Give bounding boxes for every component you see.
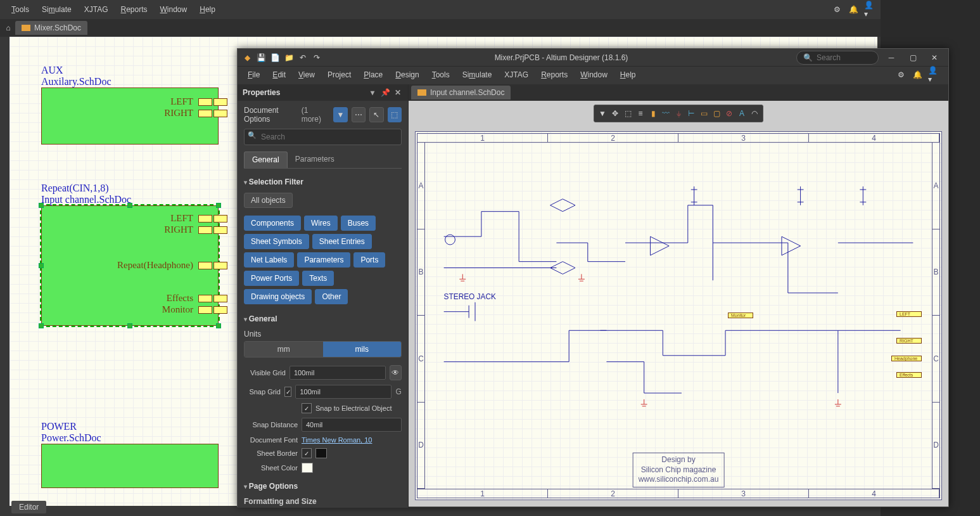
units-mils[interactable]: mils xyxy=(323,342,402,357)
menu-tools[interactable]: Tools xyxy=(5,3,35,16)
fg-canvas-area[interactable]: ▼ ✥ ⬚ ≡ ▮ 〰 ⏚ ⊢ ▭ ▢ ⊘ A ◠ 1234 1234 ABCD xyxy=(409,101,948,506)
visible-grid-toggle[interactable]: 👁 xyxy=(390,365,402,380)
filter-sheet-symbols[interactable]: Sheet Symbols xyxy=(244,234,309,249)
menu-view[interactable]: View xyxy=(292,68,321,81)
filter-other[interactable]: Other xyxy=(315,289,348,304)
app-icon[interactable]: ◆ xyxy=(241,52,253,63)
resize-handle[interactable] xyxy=(39,263,44,268)
undo-icon[interactable]: ↶ xyxy=(297,52,309,63)
fg-schematic-sheet[interactable]: 1234 1234 ABCD ABCD xyxy=(415,131,942,500)
port-box[interactable] xyxy=(198,262,212,269)
settings-icon[interactable]: ⚙ xyxy=(895,69,907,81)
menu-place[interactable]: Place xyxy=(357,68,389,81)
snap-grid-checkbox[interactable]: ✓ xyxy=(284,387,292,397)
settings-icon[interactable]: ⚙ xyxy=(831,4,843,15)
search-box[interactable]: 🔍 xyxy=(796,51,879,65)
wire-icon[interactable]: 〰 xyxy=(660,108,671,119)
tab-input-channel[interactable]: Input channel.SchDoc xyxy=(411,86,511,100)
redo-icon[interactable]: ↷ xyxy=(311,52,322,63)
filter-sheet-entries[interactable]: Sheet Entries xyxy=(312,234,372,249)
menu-simulate[interactable]: Simulate xyxy=(456,68,499,81)
bell-icon[interactable]: 🔔 xyxy=(848,4,859,15)
filter-net-labels[interactable]: Net Labels xyxy=(244,252,294,268)
menu-tools[interactable]: Tools xyxy=(426,68,456,81)
select-cursor-icon[interactable]: ⬚ xyxy=(388,107,402,122)
menu-project[interactable]: Project xyxy=(321,68,357,81)
menu-help[interactable]: Help xyxy=(614,68,642,81)
filter-power-ports[interactable]: Power Ports xyxy=(244,271,299,286)
sheet-color-swatch[interactable] xyxy=(302,463,313,473)
snap-grid-input[interactable] xyxy=(295,385,391,399)
close-icon[interactable]: ✕ xyxy=(393,88,403,97)
resize-handle[interactable] xyxy=(39,323,44,328)
out-port-right[interactable]: RIGHT xyxy=(896,338,922,344)
filter-buses[interactable]: Buses xyxy=(341,216,376,231)
snap-distance-input[interactable] xyxy=(302,418,402,432)
out-port-effects[interactable]: Effects xyxy=(896,372,922,378)
home-icon[interactable]: ⌂ xyxy=(3,22,14,34)
port-box[interactable] xyxy=(198,226,212,234)
net-icon[interactable]: ⊢ xyxy=(685,108,697,119)
menu-file[interactable]: File xyxy=(241,68,266,81)
menu-xjtag[interactable]: XJTAG xyxy=(78,3,115,16)
out-port-monitor[interactable]: Monitor xyxy=(728,313,753,318)
close-button[interactable]: ✕ xyxy=(926,51,943,64)
align-icon[interactable]: ≡ xyxy=(635,108,646,119)
tab-general[interactable]: General xyxy=(244,152,288,168)
pin-icon[interactable]: 📌 xyxy=(380,88,390,97)
port-box[interactable] xyxy=(213,215,227,223)
save-icon[interactable]: 💾 xyxy=(255,52,267,63)
menu-window[interactable]: Window xyxy=(154,3,194,16)
gnd-icon[interactable]: ⏚ xyxy=(673,108,684,119)
filter-components[interactable]: Components xyxy=(244,216,301,231)
filter-icon[interactable]: ▼ xyxy=(597,108,608,119)
section-page-options[interactable]: Page Options xyxy=(244,479,402,493)
menu-design[interactable]: Design xyxy=(389,68,425,81)
select-arrow-icon[interactable]: ↖ xyxy=(369,107,383,122)
menu-xjtag[interactable]: XJTAG xyxy=(498,68,535,81)
aux-port-right-box2[interactable] xyxy=(213,110,227,117)
filter-drawing-objects[interactable]: Drawing objects xyxy=(244,289,312,304)
port-icon[interactable]: ▭ xyxy=(698,108,710,119)
select-icon[interactable]: ⬚ xyxy=(622,108,633,119)
filter-parameters[interactable]: Parameters xyxy=(297,252,350,268)
snap-electrical-checkbox[interactable]: ✓ xyxy=(302,403,312,413)
doc-font-value[interactable]: Times New Roman, 10 xyxy=(302,436,372,444)
resize-handle[interactable] xyxy=(39,203,44,208)
port-box[interactable] xyxy=(213,306,227,314)
port-box[interactable] xyxy=(198,215,212,223)
section-general[interactable]: General xyxy=(244,312,402,326)
port-box[interactable] xyxy=(213,295,227,302)
maximize-button[interactable]: ▢ xyxy=(904,51,922,64)
filter-wires[interactable]: Wires xyxy=(304,216,338,231)
resize-handle[interactable] xyxy=(127,323,132,328)
port-box[interactable] xyxy=(198,306,212,314)
arc-icon[interactable]: ◠ xyxy=(749,108,760,119)
power-block[interactable] xyxy=(41,444,219,488)
aux-port-left-box2[interactable] xyxy=(213,98,227,106)
visible-grid-input[interactable] xyxy=(290,366,386,380)
folder-icon[interactable]: 📁 xyxy=(283,52,295,63)
resize-handle[interactable] xyxy=(127,203,132,208)
filter-icon[interactable]: ▼ xyxy=(333,107,347,122)
user-icon[interactable]: 👤▾ xyxy=(864,4,875,15)
port-box[interactable] xyxy=(213,226,227,234)
search-input[interactable] xyxy=(817,53,867,62)
units-mm[interactable]: mm xyxy=(245,342,323,357)
menu-help[interactable]: Help xyxy=(193,3,222,16)
sheet-border-color[interactable] xyxy=(315,448,327,458)
bell-icon[interactable]: 🔔 xyxy=(912,69,923,81)
user-icon[interactable]: 👤▾ xyxy=(928,69,939,81)
noerror-icon[interactable]: ⊘ xyxy=(723,108,735,119)
menu-reports[interactable]: Reports xyxy=(115,3,154,16)
menu-window[interactable]: Window xyxy=(574,68,614,81)
out-port-headphone[interactable]: Headphone xyxy=(891,356,922,361)
text-icon[interactable]: A xyxy=(736,108,748,119)
menu-simulate[interactable]: Simulate xyxy=(35,3,78,16)
sheet-border-checkbox[interactable]: ✓ xyxy=(302,448,312,458)
aux-port-right-box[interactable] xyxy=(198,110,212,117)
out-port-left[interactable]: LEFT xyxy=(896,311,922,317)
open-icon[interactable]: 📄 xyxy=(269,52,281,63)
minimize-button[interactable]: ─ xyxy=(882,51,900,64)
menu-reports[interactable]: Reports xyxy=(535,68,574,81)
